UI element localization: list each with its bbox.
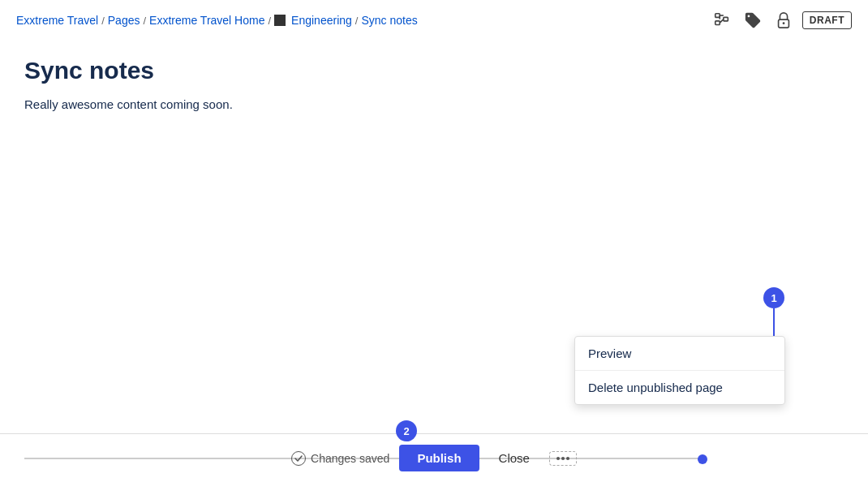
step-1-indicator: 1 xyxy=(763,287,784,308)
breadcrumb-sep-1: / xyxy=(101,15,105,27)
breadcrumb-engineering[interactable]: Engineering xyxy=(291,14,352,27)
changes-saved: Changes saved xyxy=(291,451,389,466)
dropdown-preview[interactable]: Preview xyxy=(575,337,784,371)
breadcrumb-exxtreme-travel[interactable]: Exxtreme Travel xyxy=(16,14,98,27)
breadcrumb-home[interactable]: Exxtreme Travel Home xyxy=(149,14,264,27)
page-content: Sync notes Really awesome content coming… xyxy=(0,41,868,127)
dot-3 xyxy=(566,457,569,460)
svg-line-5 xyxy=(720,19,724,24)
breadcrumb-sep-3: / xyxy=(268,15,271,27)
step-2-indicator: 2 xyxy=(396,420,417,441)
draft-badge: DRAFT xyxy=(802,11,852,29)
breadcrumb: Exxtreme Travel / Pages / Exxtreme Trave… xyxy=(16,14,703,27)
dropdown-delete-unpublished[interactable]: Delete unpublished page xyxy=(575,371,784,404)
breadcrumb-engineering-icon xyxy=(274,15,288,26)
lock-icon-button[interactable] xyxy=(771,8,796,32)
breadcrumb-pages[interactable]: Pages xyxy=(108,14,140,27)
bottom-bar-inner: Changes saved Publish Close xyxy=(16,445,852,471)
svg-rect-1 xyxy=(715,21,720,25)
bottom-bar: 2 Changes saved Publish Close xyxy=(0,433,868,482)
page-body: Really awesome content coming soon. xyxy=(24,97,844,111)
svg-rect-2 xyxy=(724,17,728,21)
dot-1 xyxy=(556,457,560,460)
header-actions: DRAFT xyxy=(710,8,852,32)
changes-saved-label: Changes saved xyxy=(311,452,389,465)
breadcrumb-sync-notes[interactable]: Sync notes xyxy=(361,14,417,27)
header: Exxtreme Travel / Pages / Exxtreme Trave… xyxy=(0,0,868,41)
dot-2 xyxy=(561,457,565,460)
publish-button[interactable]: Publish xyxy=(399,445,479,471)
dropdown-menu: Preview Delete unpublished page xyxy=(574,336,785,405)
check-circle-icon xyxy=(291,451,306,466)
structure-icon-button[interactable] xyxy=(710,8,734,32)
svg-rect-0 xyxy=(715,14,720,18)
page-title: Sync notes xyxy=(24,57,844,84)
close-button[interactable]: Close xyxy=(489,445,539,471)
breadcrumb-sep-4: / xyxy=(355,15,359,27)
more-options-button[interactable] xyxy=(549,451,577,466)
breadcrumb-sep-2: / xyxy=(143,15,146,27)
svg-point-7 xyxy=(782,22,784,24)
tags-icon-button[interactable] xyxy=(741,8,765,32)
